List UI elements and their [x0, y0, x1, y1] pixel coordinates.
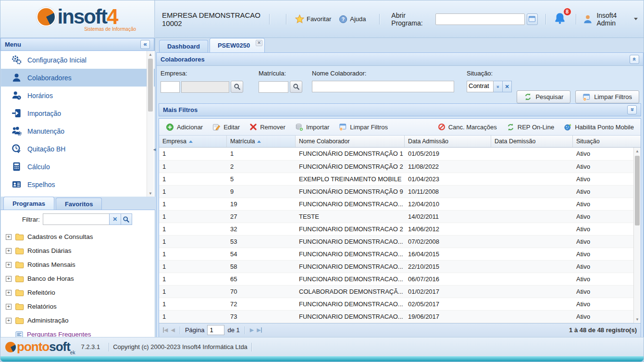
sidebar-item-manutencao[interactable]: Manutenção	[1, 122, 155, 140]
first-page-button[interactable]: ◀	[163, 327, 168, 333]
pesquisar-button[interactable]: Pesquisar	[517, 90, 570, 103]
table-row[interactable]: 127TESTE14/02/2011Ativo	[159, 210, 636, 223]
sidebar-item-quitacao-bh[interactable]: Quitação BH	[1, 140, 155, 158]
table-cell: 9	[227, 185, 296, 198]
person-icon	[12, 73, 22, 83]
table-row[interactable]: 12FUNCIONÁRIO DEMONSTRAÇÃO 211/08/2022At…	[159, 160, 636, 173]
tree-item-refeitorio[interactable]: +Refeitório	[6, 286, 155, 300]
scroll-down-icon[interactable]: ▼	[147, 190, 154, 197]
table-row[interactable]: 11FUNCIONÁRIO DEMONSTRAÇÃO 101/05/2019At…	[159, 148, 636, 160]
table-row[interactable]: 154FUNCIONARIO DEMONSTRACAO...16/04/2015…	[159, 248, 636, 260]
tree-item-rotinas-diarias[interactable]: +Rotinas Diárias	[6, 244, 155, 258]
search-filter-button[interactable]	[121, 213, 132, 225]
column-header-admissao[interactable]: Data Admissão	[405, 136, 491, 147]
tab-dashboard[interactable]: Dashboard	[159, 40, 208, 52]
table-cell: Ativo	[573, 260, 636, 273]
column-header-matricula[interactable]: Matrícula	[227, 136, 296, 147]
tree-item-rotinas-mensais[interactable]: +Rotinas Mensais	[6, 258, 155, 272]
table-row[interactable]: 119FUNCIONARIO DEMONSTRACAO...12/04/2010…	[159, 198, 636, 210]
sidebar-item-configuracao-inicial[interactable]: Configuração Inicial	[1, 51, 155, 69]
table-cell: Ativo	[573, 248, 636, 260]
prev-page-button[interactable]: ◀	[171, 327, 174, 333]
adicionar-button[interactable]: Adicionar	[162, 121, 207, 133]
mobile-gear-icon	[564, 123, 572, 131]
expand-icon[interactable]: +	[6, 248, 12, 254]
scroll-up-icon[interactable]: ▲	[147, 51, 154, 58]
editar-button[interactable]: Editar	[209, 121, 244, 133]
next-page-button[interactable]: ▶	[250, 327, 254, 333]
grid-scrollbar[interactable]: ▲ ▼	[633, 148, 641, 323]
expand-icon[interactable]: +	[6, 234, 12, 240]
tree-item-administracao[interactable]: +Administração	[6, 313, 155, 327]
table-row[interactable]: 172FUNCIONARIO DEMONSTRACAO...02/05/2017…	[159, 298, 636, 310]
empresa-code-input[interactable]	[161, 81, 180, 93]
sidebar-collapse-handle[interactable]: ◄	[152, 147, 157, 152]
table-row[interactable]: 165FUNCIONARIO DEMONSTRACAO...06/07/2016…	[159, 273, 636, 285]
expand-icon[interactable]: +	[6, 262, 12, 268]
scroll-down-icon[interactable]: ▼	[634, 316, 641, 323]
tree-item-banco-de-horas[interactable]: +Banco de Horas	[6, 272, 155, 286]
tree-item-relatorios[interactable]: +Relatórios	[6, 300, 155, 313]
habilita-ponto-mobile-button[interactable]: Habilita Ponto Mobile	[560, 121, 638, 133]
table-row[interactable]: 173FUNCIONARIO DEMONSTRACAO...19/06/2017…	[159, 310, 636, 323]
column-header-nome[interactable]: Nome Colaborador	[296, 136, 405, 147]
toolbar-limpar-filtros-button[interactable]: Limpar Filtros	[335, 121, 392, 133]
open-program-input[interactable]	[435, 13, 525, 25]
table-row[interactable]: 19FUNCIONÁRIO DEMONSTRAÇÃO 910/11/2008At…	[159, 185, 636, 198]
tab-programas[interactable]: Programas	[3, 197, 54, 210]
combo-chevron-icon[interactable]: «	[494, 81, 503, 92]
user-menu[interactable]: Insoft4 Admin	[582, 12, 638, 27]
matricula-input[interactable]	[259, 81, 288, 93]
remover-button[interactable]: Remover	[246, 121, 289, 133]
tab-favoritos[interactable]: Favoritos	[56, 198, 102, 210]
collapse-panel-button[interactable]: «	[630, 55, 639, 64]
expand-icon[interactable]: +	[6, 318, 12, 324]
column-header-demissao[interactable]: Data Demissão	[491, 136, 573, 147]
sidebar-item-espelhos[interactable]: Espelhos	[1, 175, 155, 193]
tree-item-perguntas-frequentes[interactable]: Perguntas Frequentes	[6, 327, 155, 337]
collapse-menu-button[interactable]: «	[140, 40, 150, 49]
sidebar-item-calculo[interactable]: Cálculo	[1, 158, 155, 175]
last-page-button[interactable]: ▶	[257, 327, 261, 333]
sidebar-item-colaboradores[interactable]: Colaboradores	[1, 69, 155, 87]
open-program-button[interactable]	[527, 13, 537, 25]
column-header-situacao[interactable]: Situação	[573, 136, 641, 147]
menu-scrollbar[interactable]: ▲ ▼	[147, 51, 154, 197]
folder-icon	[15, 288, 24, 297]
expand-icon[interactable]: +	[6, 290, 12, 296]
sidebar-item-importacao[interactable]: Importação	[1, 104, 155, 122]
sort-asc-icon	[257, 140, 261, 143]
tree-item-cadastros[interactable]: +Cadastros e Consultas	[6, 230, 155, 244]
matricula-lookup-button[interactable]	[290, 81, 302, 93]
scrollbar-thumb[interactable]	[148, 59, 153, 112]
table-row[interactable]: 153FUNCIONARIO DEMONSTRACAO...07/02/2008…	[159, 235, 636, 248]
expand-icon[interactable]: +	[6, 304, 12, 310]
page-number-input[interactable]	[207, 325, 224, 335]
favorite-button[interactable]: Favoritar	[295, 14, 331, 24]
sidebar-item-horarios[interactable]: Horários	[1, 87, 155, 104]
table-row[interactable]: 15EXEMPLO TREINAMENTO MOBILE01/04/2023At…	[159, 173, 636, 185]
scrollbar-thumb[interactable]	[635, 156, 640, 225]
combo-clear-icon[interactable]: ✕	[503, 81, 512, 92]
table-row[interactable]: 170COLABORADOR DEMONSTRAÇÃ...01/02/2017A…	[159, 285, 636, 298]
situacao-combo[interactable]: Contrat	[467, 81, 494, 92]
scroll-up-icon[interactable]: ▲	[634, 148, 641, 154]
table-row[interactable]: 132FUNCIONARIO DEMONSTRACAO 214/06/2012A…	[159, 223, 636, 235]
expand-icon[interactable]: +	[6, 276, 12, 282]
close-tab-icon[interactable]: ✕	[256, 40, 262, 46]
limpar-filtros-button[interactable]: Limpar Filtros	[575, 90, 639, 103]
clear-filter-button[interactable]: ✕	[109, 213, 121, 225]
rep-online-button[interactable]: REP On-Line	[503, 121, 558, 133]
mais-filtros-header[interactable]: Mais Filtros «	[159, 103, 641, 116]
expand-mais-filtros-button[interactable]: «	[627, 105, 637, 114]
tab-psew0250[interactable]: PSEW0250 ✕	[210, 38, 265, 52]
tree-filter-input[interactable]	[43, 213, 109, 225]
notifications-button[interactable]: 8	[554, 12, 566, 26]
cancelar-marcacoes-button[interactable]: Canc. Marcações	[434, 121, 501, 133]
table-row[interactable]: 158FUNCIONARIO DEMONSTRACAO...22/10/2015…	[159, 260, 636, 273]
empresa-lookup-button[interactable]	[231, 81, 243, 93]
importar-button[interactable]: Importar	[291, 121, 333, 133]
column-header-empresa[interactable]: Empresa	[159, 136, 227, 147]
nome-colaborador-input[interactable]	[312, 81, 454, 92]
help-button[interactable]: ? Ajuda	[339, 15, 366, 24]
